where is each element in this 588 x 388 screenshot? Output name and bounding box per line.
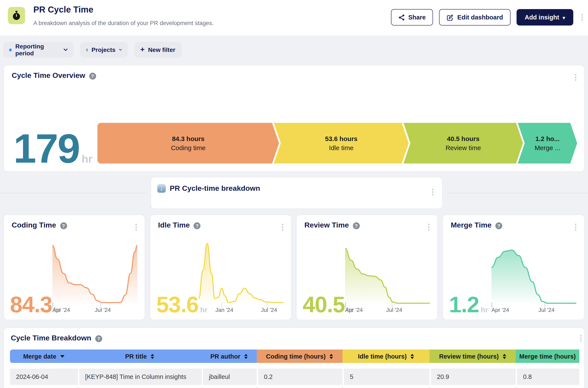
metric-unit: hr	[481, 306, 488, 315]
cell-merge-date	[10, 386, 78, 388]
cell-merge-time	[516, 386, 579, 388]
metric-menu[interactable]	[573, 222, 578, 232]
idle-time-card: Idle Time ? 53.6 hr Jan '24Jul '24	[150, 215, 292, 320]
cell-idle-time	[343, 386, 429, 388]
coding-time-sparkline	[53, 242, 137, 304]
cell-coding-time: 0.2	[257, 368, 343, 385]
active-filter-dot	[9, 48, 12, 51]
share-button[interactable]: Share	[391, 9, 433, 25]
add-insight-label: Add insight	[525, 14, 559, 21]
cycle-time-breakdown-card: Cycle Time Breakdown ? Merge date PR tit…	[3, 327, 585, 388]
column-header-pr-title[interactable]: PR title	[78, 349, 202, 363]
filter-projects[interactable]: Projects	[80, 42, 128, 57]
inactive-filter-dot	[86, 48, 88, 51]
x-axis-tick-label: Jan '24	[215, 307, 233, 313]
edit-dashboard-label: Edit dashboard	[457, 14, 503, 21]
banner-menu[interactable]	[430, 187, 435, 197]
x-axis-tick-label: Jul '24	[386, 307, 402, 313]
table-title: Cycle Time Breakdown	[11, 334, 91, 342]
dashboard-page: PR Cycle Time A breakdown analysis of th…	[0, 0, 588, 388]
share-icon	[398, 14, 405, 21]
metric-value: 1.2	[449, 295, 479, 314]
x-axis-tick-label: Jul '24	[95, 307, 111, 313]
stage-label: Merge ...	[535, 143, 560, 152]
new-filter-button[interactable]: + New filter	[134, 42, 182, 57]
help-icon[interactable]: ?	[89, 73, 96, 80]
edit-dashboard-button[interactable]: Edit dashboard	[439, 9, 510, 25]
x-axis-tick-label: Jul '24	[261, 307, 277, 313]
x-axis-tick-label: Apr '24	[491, 307, 509, 313]
metric-title: Coding Time	[12, 221, 56, 230]
idle-time-sparkline	[199, 242, 284, 304]
cell-review-time: 20.9	[429, 368, 516, 385]
column-header-idle-time[interactable]: Idle time (hours)	[343, 349, 429, 363]
header-actions: Share Edit dashboard Add insight ▾	[391, 9, 573, 25]
x-axis-tick-label: Apr '24	[53, 307, 70, 313]
cell-coding-time	[257, 386, 343, 388]
funnel-stage-coding[interactable]: 84.3 hours Coding time	[97, 123, 279, 164]
x-axis-tick-label: Jul '24	[538, 307, 555, 313]
share-label: Share	[408, 14, 426, 21]
cycle-time-overview-card: Cycle Time Overview ? 179 hr 84.3 hours …	[3, 65, 585, 172]
stopwatch-icon	[11, 10, 22, 21]
stage-label: Idle time	[329, 143, 353, 152]
page-subtitle: A breakdown analysis of the duration of …	[33, 20, 214, 26]
funnel-stage-review[interactable]: 40.5 hours Review time	[403, 123, 523, 164]
cell-pr-title	[78, 386, 202, 388]
table-menu[interactable]	[578, 333, 583, 343]
help-icon[interactable]: ?	[60, 222, 67, 229]
sort-desc-icon	[60, 355, 64, 358]
funnel-stage-merge[interactable]: 1.2 ho... Merge ...	[518, 123, 577, 164]
metric-menu[interactable]	[280, 222, 285, 232]
funnel-stage-idle[interactable]: 53.6 hours Idle time	[274, 123, 409, 164]
review-time-card: Review Time ? 40.5 hr Apr '24Jul '24	[296, 215, 438, 320]
chevron-down-icon	[64, 48, 68, 51]
stage-label: Coding time	[171, 143, 206, 152]
table-header-row: Merge date PR title PR author Coding tim…	[10, 349, 579, 363]
metric-menu[interactable]	[426, 222, 431, 232]
help-icon[interactable]: ?	[194, 222, 201, 229]
breakdown-banner-card: ↓ PR Cycle-time breakdown	[151, 177, 443, 209]
column-header-merge-time[interactable]: Merge time (hours)	[516, 349, 579, 363]
cycle-time-funnel: 84.3 hours Coding time 53.6 hours Idle t…	[97, 123, 577, 164]
section-divider-left	[0, 193, 146, 193]
column-header-merge-date[interactable]: Merge date	[10, 349, 78, 363]
total-value: 179	[13, 132, 80, 165]
table-row[interactable]: 2024-06-04 [KEYP-848] Time in Column ins…	[10, 368, 579, 385]
metric-title: Merge Time	[451, 221, 491, 230]
stage-value: 53.6 hours	[325, 134, 357, 143]
column-header-coding-time[interactable]: Coding time (hours)	[257, 349, 343, 363]
cell-idle-time: 5	[343, 368, 429, 385]
stage-value: 40.5 hours	[447, 134, 480, 143]
overview-title: Cycle Time Overview	[12, 71, 85, 80]
merge-time-card: Merge Time ? 1.2 hr Apr '24Jul '24	[443, 215, 585, 320]
top-bar: PR Cycle Time A breakdown analysis of th…	[0, 0, 588, 35]
column-header-pr-author[interactable]: PR author	[202, 349, 257, 363]
column-header-review-time[interactable]: Review time (hours)	[429, 349, 516, 363]
stage-value: 84.3 hours	[172, 134, 204, 143]
help-icon[interactable]: ?	[353, 222, 360, 229]
caret-down-icon: ▾	[563, 15, 565, 20]
sort-icon	[151, 354, 154, 359]
overview-menu[interactable]	[573, 72, 578, 82]
metric-menu[interactable]	[134, 222, 138, 232]
new-filter-label: New filter	[148, 46, 175, 53]
section-divider-right	[447, 193, 588, 193]
stage-label: Review time	[446, 143, 481, 152]
x-axis-tick-label: Apr '24	[345, 307, 363, 313]
page-title: PR Cycle Time	[33, 5, 93, 15]
header-overflow-menu[interactable]	[580, 12, 585, 22]
add-insight-button[interactable]: Add insight ▾	[516, 9, 573, 25]
sort-icon	[244, 354, 248, 359]
cell-pr-title: [KEYP-848] Time in Column insights	[78, 368, 202, 385]
merge-time-sparkline	[491, 242, 576, 304]
help-icon[interactable]: ?	[495, 222, 502, 229]
filter-reporting-period[interactable]: Reporting period	[3, 42, 74, 57]
cell-review-time	[429, 386, 516, 388]
sort-icon	[411, 354, 414, 359]
table-row[interactable]	[10, 386, 579, 388]
cell-merge-time: 0.8	[516, 368, 579, 385]
sort-icon	[329, 354, 333, 359]
help-icon[interactable]: ?	[95, 335, 102, 342]
sort-icon	[503, 354, 506, 359]
